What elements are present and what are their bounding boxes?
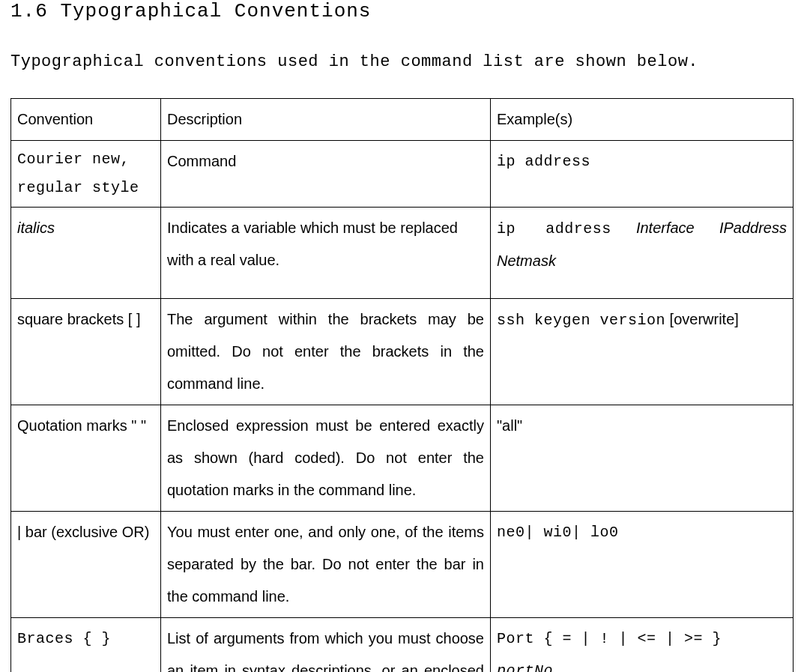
description-cell: List of arguments from which you must ch…	[161, 618, 491, 673]
convention-cell: Quotation marks " "	[11, 405, 161, 512]
conventions-table: Convention Description Example(s) Courie…	[10, 98, 794, 672]
example-cell: Port { = | ! | <= | >= } portNo	[491, 618, 794, 673]
description-cell: Enclosed expression must be entered exac…	[161, 405, 491, 512]
header-examples: Example(s)	[491, 99, 794, 141]
description-cell: You must enter one, and only one, of the…	[161, 512, 491, 618]
table-row: | bar (exclusive OR) You must enter one,…	[11, 512, 794, 618]
table-header-row: Convention Description Example(s)	[11, 99, 794, 141]
example-cell: ssh keygen version [overwrite]	[491, 299, 794, 405]
table-row: italics Indicates a variable which must …	[11, 208, 794, 299]
convention-cell: italics	[11, 208, 161, 299]
intro-text: Typographical conventions used in the co…	[10, 52, 794, 71]
header-convention: Convention	[11, 99, 161, 141]
example-sans: [overwrite]	[665, 311, 739, 327]
table-row: Braces { } List of arguments from which …	[11, 618, 794, 673]
example-cell: ip address	[491, 141, 794, 208]
document-page: { "heading": "1.6 Typographical Conventi…	[0, 0, 804, 672]
section-heading: 1.6 Typographical Conventions	[10, 0, 794, 22]
table-row: Quotation marks " " Enclosed expression …	[11, 405, 794, 512]
table-row: square brackets [ ] The argument within …	[11, 299, 794, 405]
convention-cell: Braces { }	[11, 618, 161, 673]
convention-cell: Courier new, regular style	[11, 141, 161, 208]
example-mono-italic: portNo	[497, 662, 553, 672]
example-cell: ne0| wi0| lo0	[491, 512, 794, 618]
description-cell: Indicates a variable which must be repla…	[161, 208, 491, 299]
description-cell: Command	[161, 141, 491, 208]
example-mono: ssh keygen version	[497, 312, 665, 329]
example-cell: "all"	[491, 405, 794, 512]
example-mono: Port { = | ! | <= | >= }	[497, 630, 722, 647]
table-row: Courier new, regular style Command ip ad…	[11, 141, 794, 208]
convention-cell: | bar (exclusive OR)	[11, 512, 161, 618]
description-cell: The argument within the brackets may be …	[161, 299, 491, 405]
example-mono: ip address	[497, 220, 611, 237]
convention-cell: square brackets [ ]	[11, 299, 161, 405]
example-cell: ip address Interface IPaddress Netmask	[491, 208, 794, 299]
header-description: Description	[161, 99, 491, 141]
